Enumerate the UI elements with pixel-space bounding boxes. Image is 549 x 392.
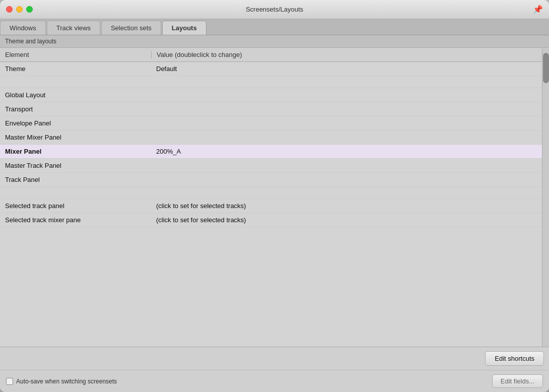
table-row[interactable]: Selected track panel (click to set for s…	[0, 199, 542, 213]
section-header: Theme and layouts	[0, 35, 549, 48]
element-transport: Transport	[0, 103, 151, 115]
maximize-button[interactable]	[26, 6, 33, 13]
value-theme: Default	[151, 63, 542, 75]
pin-icon[interactable]: 📌	[533, 5, 543, 14]
column-value-header: Value (doubleclick to change)	[151, 51, 542, 58]
element-envelope-panel: Envelope Panel	[0, 117, 151, 129]
table-row[interactable]: Envelope Panel	[0, 116, 542, 130]
element-global-layout: Global Layout	[0, 89, 151, 101]
tab-layouts[interactable]: Layouts	[162, 21, 207, 35]
autosave-checkbox[interactable]	[6, 378, 13, 385]
element-track-panel: Track Panel	[0, 174, 151, 185]
value-selected-track-mixer-pane: (click to set for selected tracks)	[151, 214, 542, 226]
value-master-track-panel	[151, 164, 542, 168]
table-row[interactable]: Global Layout	[0, 88, 542, 102]
scrollbar[interactable]	[542, 48, 549, 347]
element-selected-track-panel: Selected track panel	[0, 200, 151, 212]
element-selected-track-mixer-pane: Selected track mixer pane	[0, 214, 151, 226]
table-header: Element Value (doubleclick to change)	[0, 48, 542, 62]
minimize-button[interactable]	[16, 6, 23, 13]
value-envelope-panel	[151, 121, 542, 125]
value-global-layout	[151, 93, 542, 97]
tab-bar: Windows Track views Selection sets Layou…	[0, 19, 549, 35]
value-mixer-panel: 200%_A	[151, 146, 542, 157]
element-theme: Theme	[0, 63, 151, 75]
table-row[interactable]: Selected track mixer pane (click to set …	[0, 213, 542, 227]
table-row[interactable]: Mixer Panel 200%_A	[0, 145, 542, 159]
scrollbar-thumb[interactable]	[543, 53, 549, 83]
content-area: Element Value (doubleclick to change) Th…	[0, 48, 549, 392]
traffic-lights	[6, 6, 33, 13]
window-title: Screensets/Layouts	[246, 6, 303, 13]
table-row[interactable]: Theme Default	[0, 62, 542, 76]
column-element-header: Element	[0, 51, 151, 58]
table-row[interactable]: Master Mixer Panel	[0, 130, 542, 145]
spacer	[0, 76, 542, 88]
value-master-mixer-panel	[151, 136, 542, 140]
element-master-track-panel: Master Track Panel	[0, 160, 151, 171]
close-button[interactable]	[6, 6, 13, 13]
element-mixer-panel: Mixer Panel	[0, 146, 151, 157]
element-master-mixer-panel: Master Mixer Panel	[0, 132, 151, 143]
titlebar: Screensets/Layouts 📌	[0, 0, 549, 19]
spacer	[0, 187, 542, 199]
edit-shortcuts-button[interactable]: Edit shortcuts	[485, 351, 544, 366]
tab-selection-sets[interactable]: Selection sets	[101, 21, 161, 35]
table-wrapper: Element Value (doubleclick to change) Th…	[0, 48, 549, 347]
bottom-padding	[0, 227, 542, 247]
main-window: Screensets/Layouts 📌 Windows Track views…	[0, 0, 549, 392]
table-scroll[interactable]: Element Value (doubleclick to change) Th…	[0, 48, 542, 347]
value-transport	[151, 107, 542, 111]
table-row[interactable]: Transport	[0, 102, 542, 116]
autosave-label: Auto-save when switching screensets	[16, 378, 117, 385]
tab-windows[interactable]: Windows	[0, 21, 46, 35]
footer-bar: Auto-save when switching screensets Edit…	[0, 370, 549, 392]
table-row[interactable]: Track Panel	[0, 173, 542, 187]
autosave-checkbox-wrapper: Auto-save when switching screensets	[6, 378, 117, 385]
table-row[interactable]: Master Track Panel	[0, 159, 542, 173]
value-selected-track-panel: (click to set for selected tracks)	[151, 200, 542, 212]
value-track-panel	[151, 178, 542, 182]
tab-track-views[interactable]: Track views	[47, 21, 100, 35]
bottom-action-bar: Edit shortcuts	[0, 347, 549, 370]
edit-fields-button[interactable]: Edit fields...	[492, 374, 543, 388]
